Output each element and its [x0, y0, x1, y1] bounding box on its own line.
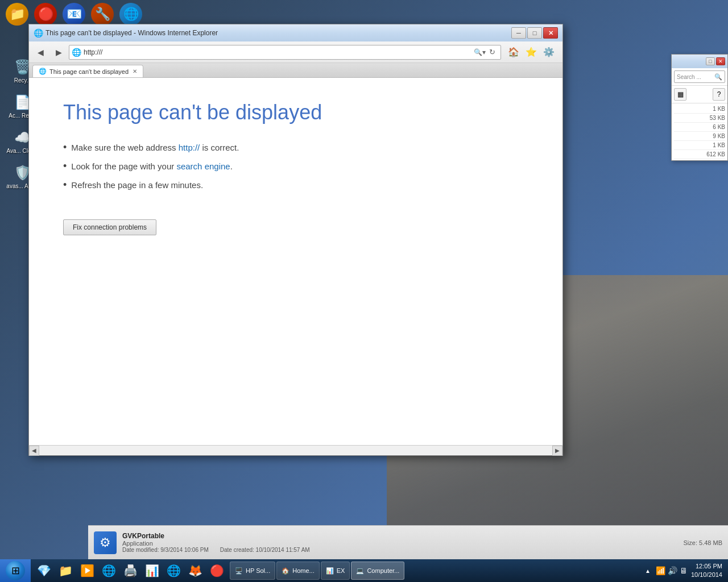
error-item-3: • Refresh the page in a few minutes. — [63, 179, 528, 191]
taskbar-pinned-icons: 💎 📁 ▶️ 🌐 🖨️ 📊 🌐 🦊 🔴 — [31, 560, 230, 581]
search-icon: 🔍 — [714, 73, 722, 81]
system-tray: ▲ 📶 🔊 🖥 12:05 PM 10/10/2014 — [638, 562, 728, 580]
ie-titlebar: 🌐 This page can't be displayed - Windows… — [29, 24, 562, 41]
show-hidden-icons-button[interactable]: ▲ — [643, 568, 652, 574]
forward-button[interactable]: ▶ — [51, 44, 67, 60]
file-item-3[interactable]: 6 KB — [674, 123, 725, 132]
minimize-button[interactable]: ─ — [511, 27, 526, 39]
clock-date: 10/10/2014 — [691, 571, 722, 579]
error-heading: This page can't be displayed — [63, 101, 528, 124]
scroll-track[interactable] — [39, 446, 552, 455]
http-link[interactable]: http:// — [179, 143, 200, 152]
tab-close-button[interactable]: ✕ — [133, 68, 137, 74]
maximize-button[interactable]: □ — [527, 27, 542, 39]
address-search-button[interactable]: 🔍▾ — [473, 46, 486, 59]
explorer-panel: □ ✕ Search ... 🔍 ▦ ? 1 KB 53 KB 6 KB 9 K… — [671, 54, 728, 161]
scroll-left-arrow[interactable]: ◀ — [29, 446, 39, 456]
error-text-3: Refresh the page in a few minutes. — [71, 180, 203, 190]
address-input[interactable] — [84, 48, 473, 56]
taskbar-open-windows: 🖥️ HP Sol... 🏠 Home... 📊 EX 💻 Computer..… — [230, 562, 638, 580]
tab-favicon: 🌐 — [39, 68, 47, 75]
ie-tab-bar: 🌐 This page can't be displayed ✕ — [29, 63, 562, 78]
close-button[interactable]: ✕ — [543, 27, 558, 39]
explorer-search-area: Search ... 🔍 — [672, 68, 727, 86]
computer-icon-taskbar: 💻 — [356, 567, 364, 575]
taskbar-window-computer[interactable]: 💻 Computer... — [351, 562, 404, 580]
muamail-icon-top[interactable]: 📧 — [63, 3, 85, 26]
error-item-2: • Look for the page with your search eng… — [63, 160, 528, 172]
ie-browser-window: 🌐 This page can't be displayed - Windows… — [28, 24, 563, 456]
active-tab[interactable]: 🌐 This page can't be displayed ✕ — [32, 65, 143, 77]
ie-horizontal-scrollbar[interactable]: ◀ ▶ — [29, 445, 562, 455]
system-clock[interactable]: 12:05 PM 10/10/2014 — [691, 562, 722, 580]
error-text-1: Make sure the web address http:// is cor… — [71, 143, 239, 152]
fix-connection-button[interactable]: Fix connection problems — [63, 219, 156, 235]
explorer-help-button[interactable]: ? — [713, 88, 725, 101]
taskbar: ⊞ 💎 📁 ▶️ 🌐 🖨️ 📊 🌐 🦊 🔴 🖥️ HP Sol... 🏠 Hom… — [0, 559, 728, 582]
start-button[interactable]: ⊞ — [0, 559, 31, 582]
explorer-close-button[interactable]: ✕ — [716, 57, 725, 65]
taskbar-icon-hp[interactable]: 🖨️ — [120, 560, 140, 581]
taskbar-icon-media-player[interactable]: ▶️ — [77, 560, 97, 581]
settings-button[interactable]: ⚙️ — [541, 44, 557, 60]
tray-volume-icon[interactable]: 🔊 — [668, 566, 677, 575]
taskbar-icon-bejeweled[interactable]: 💎 — [34, 560, 54, 581]
error-item-1: • Make sure the web address http:// is c… — [63, 142, 528, 153]
scroll-right-arrow[interactable]: ▶ — [552, 446, 562, 456]
registry-icon-top[interactable]: 🔧 — [91, 3, 114, 26]
bullet-2: • — [63, 160, 67, 172]
explorer-view-button[interactable]: ▦ — [674, 88, 686, 101]
file-type-icon: ⚙ — [100, 535, 111, 550]
explorer-file-list: 1 KB 53 KB 6 KB 9 KB 1 KB 612 KB — [672, 103, 727, 160]
file-item-5[interactable]: 1 KB — [674, 141, 725, 150]
taskbar-window-hp-sol[interactable]: 🖥️ HP Sol... — [230, 562, 275, 580]
ie-logo-icon: 🌐 — [34, 28, 43, 38]
error-list: • Make sure the web address http:// is c… — [63, 142, 528, 191]
start-orb: ⊞ — [6, 561, 25, 580]
ex-label: EX — [337, 567, 345, 574]
explorer-maximize-button[interactable]: □ — [706, 57, 715, 65]
home-button[interactable]: 🏠 — [506, 44, 522, 60]
tab-title: This page can't be displayed — [49, 68, 129, 75]
hp-sol-icon: 🖥️ — [235, 567, 243, 575]
file-info-bar: ⚙ GVKPortable Application Date modified:… — [88, 525, 728, 559]
favorites-button[interactable]: ⭐ — [523, 44, 539, 60]
tray-icons: 📶 🔊 🖥 — [656, 566, 688, 575]
file-name: GVKPortable — [122, 532, 678, 540]
hp-sol-label: HP Sol... — [246, 567, 270, 574]
bullet-1: • — [63, 142, 67, 153]
tray-display-icon[interactable]: 🖥 — [680, 566, 688, 575]
file-item-2[interactable]: 53 KB — [674, 114, 725, 123]
taskbar-icon-ie[interactable]: 🌐 — [98, 560, 119, 581]
file-dates: Date modified: 9/3/2014 10:06 PM Date cr… — [122, 547, 678, 553]
taskbar-icon-file-manager[interactable]: 📁 — [55, 560, 76, 581]
taskbar-icon-ie2[interactable]: 🌐 — [163, 560, 184, 581]
search-engine-link[interactable]: search engine — [176, 161, 230, 171]
refresh-button[interactable]: ↻ — [486, 46, 498, 59]
taskbar-window-ex[interactable]: 📊 EX — [321, 562, 350, 580]
explorer-titlebar: □ ✕ — [672, 55, 727, 68]
taskbar-icon-firefox[interactable]: 🦊 — [185, 560, 205, 581]
explorer-search-box[interactable]: Search ... 🔍 — [674, 70, 725, 83]
file-item-6[interactable]: 612 KB — [674, 150, 725, 159]
back-button[interactable]: ◀ — [32, 44, 48, 60]
file-item-1[interactable]: 1 KB — [674, 105, 725, 114]
address-bar[interactable]: 🌐 🔍▾ ↻ — [69, 45, 501, 60]
tray-network-icon[interactable]: 📶 — [656, 566, 665, 575]
date-modified: Date modified: 9/3/2014 10:06 PM — [122, 547, 209, 553]
ie-window-controls: ─ □ ✕ — [511, 27, 558, 39]
date-created: Date created: 10/10/2014 11:57 AM — [220, 547, 310, 553]
taskbar-window-home[interactable]: 🏠 Home... — [276, 562, 320, 580]
ie-page-content: This page can't be displayed • Make sure… — [29, 78, 562, 455]
file-item-4[interactable]: 9 KB — [674, 132, 725, 141]
taskbar-icon-custom[interactable]: 🔴 — [206, 560, 227, 581]
clock-time: 12:05 PM — [691, 562, 722, 571]
ie-icon-top[interactable]: 🌐 — [119, 3, 142, 26]
taskbar-icon-excel[interactable]: 📊 — [142, 560, 162, 581]
bullet-3: • — [63, 179, 67, 191]
file-icon-large: ⚙ — [94, 531, 117, 554]
home-icon-taskbar: 🏠 — [282, 567, 289, 575]
error-text-2: Look for the page with your search engin… — [71, 161, 233, 171]
computer-label: Computer... — [367, 567, 399, 574]
search-placeholder-text: Search ... — [677, 74, 701, 80]
